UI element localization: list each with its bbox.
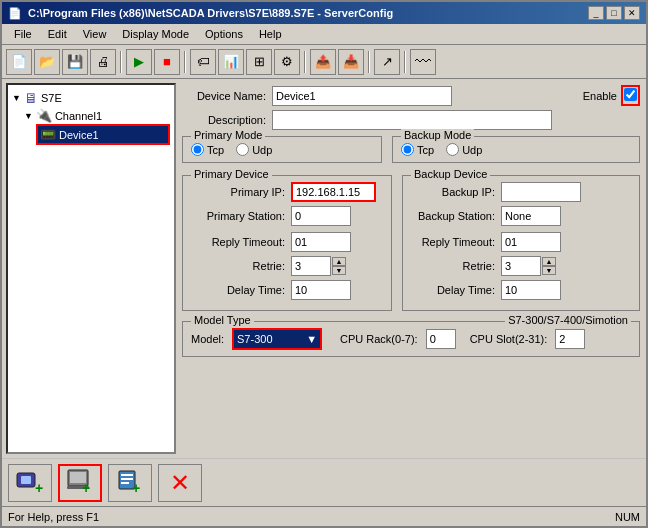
backup-ip-input[interactable] bbox=[501, 182, 581, 202]
device-sections: Primary Device Primary IP: Primary Stati… bbox=[182, 175, 640, 317]
primary-delay-input[interactable] bbox=[291, 280, 351, 300]
backup-tcp-text: Tcp bbox=[417, 144, 434, 156]
backup-tcp-radio[interactable] bbox=[401, 143, 414, 156]
primary-station-input[interactable] bbox=[291, 206, 351, 226]
model-type-title: Model Type bbox=[191, 314, 254, 326]
description-input[interactable] bbox=[272, 110, 552, 130]
primary-retrie-spinner: ▲ ▼ bbox=[291, 256, 346, 276]
backup-udp-radio[interactable] bbox=[446, 143, 459, 156]
primary-mode-title: Primary Mode bbox=[191, 129, 265, 141]
primary-ip-row: Primary IP: bbox=[191, 182, 383, 202]
backup-device-group: Backup Device Backup IP: Backup Station:… bbox=[402, 175, 640, 311]
primary-tcp-label[interactable]: Tcp bbox=[191, 143, 224, 156]
toolbar-new[interactable]: 📄 bbox=[6, 49, 32, 75]
primary-reply-row: Reply Timeout: bbox=[191, 232, 383, 252]
backup-retrie-down[interactable]: ▼ bbox=[542, 266, 556, 275]
enable-checkbox[interactable] bbox=[624, 88, 637, 101]
delete-button[interactable]: ✕ bbox=[158, 464, 202, 502]
backup-station-input[interactable] bbox=[501, 206, 561, 226]
cpu-rack-label: CPU Rack(0-7): bbox=[340, 333, 418, 345]
model-label: Model: bbox=[191, 333, 224, 345]
description-label: Description: bbox=[182, 114, 272, 126]
backup-tcp-label[interactable]: Tcp bbox=[401, 143, 434, 156]
primary-mode-radios: Tcp Udp bbox=[191, 143, 373, 156]
backup-mode-title: Backup Mode bbox=[401, 129, 474, 141]
menu-options[interactable]: Options bbox=[197, 26, 251, 42]
num-indicator: NUM bbox=[615, 511, 640, 523]
primary-retrie-down[interactable]: ▼ bbox=[332, 266, 346, 275]
backup-retrie-btns: ▲ ▼ bbox=[542, 257, 556, 275]
toolbar-recv[interactable]: 📥 bbox=[338, 49, 364, 75]
enable-label: Enable bbox=[583, 90, 617, 102]
toolbar-tag[interactable]: 🏷 bbox=[190, 49, 216, 75]
tree-channel[interactable]: ▼ 🔌 Channel1 bbox=[24, 107, 170, 124]
backup-retrie-input[interactable] bbox=[501, 256, 541, 276]
toolbar-send[interactable]: 📤 bbox=[310, 49, 336, 75]
primary-retrie-up[interactable]: ▲ bbox=[332, 257, 346, 266]
primary-tcp-text: Tcp bbox=[207, 144, 224, 156]
toolbar-open[interactable]: 📂 bbox=[34, 49, 60, 75]
window-title: C:\Program Files (x86)\NetSCADA Drivers\… bbox=[28, 7, 393, 19]
primary-tcp-radio[interactable] bbox=[191, 143, 204, 156]
backup-ip-row: Backup IP: bbox=[411, 182, 631, 202]
backup-udp-text: Udp bbox=[462, 144, 482, 156]
toolbar-stop[interactable]: ■ bbox=[154, 49, 180, 75]
add-channel-button[interactable]: + bbox=[8, 464, 52, 502]
maximize-button[interactable]: □ bbox=[606, 6, 622, 20]
device-name-input[interactable] bbox=[272, 86, 452, 106]
menu-help[interactable]: Help bbox=[251, 26, 290, 42]
backup-retrie-row: Retrie: ▲ ▼ bbox=[411, 256, 631, 276]
tree-root[interactable]: ▼ 🖥 S7E bbox=[12, 89, 170, 107]
primary-udp-label[interactable]: Udp bbox=[236, 143, 272, 156]
model-value: S7-300 bbox=[237, 333, 272, 345]
model-row: Model: S7-300 ▼ CPU Rack(0-7): CPU Slot(… bbox=[191, 328, 631, 350]
toolbar-print[interactable]: 🖨 bbox=[90, 49, 116, 75]
tree-panel: ▼ 🖥 S7E ▼ 🔌 Channel1 📟 Device1 bbox=[6, 83, 176, 454]
primary-udp-radio[interactable] bbox=[236, 143, 249, 156]
toolbar: 📄 📂 💾 🖨 ▶ ■ 🏷 📊 ⊞ ⚙ 📤 📥 ↗ 〰 bbox=[2, 45, 646, 79]
minimize-button[interactable]: _ bbox=[588, 6, 604, 20]
menu-edit[interactable]: Edit bbox=[40, 26, 75, 42]
backup-delay-row: Delay Time: bbox=[411, 280, 631, 300]
toolbar-chart[interactable]: 📊 bbox=[218, 49, 244, 75]
toolbar-arrow[interactable]: ↗ bbox=[374, 49, 400, 75]
primary-device-title: Primary Device bbox=[191, 168, 272, 180]
model-dropdown[interactable]: S7-300 ▼ bbox=[232, 328, 322, 350]
toolbar-table[interactable]: ⊞ bbox=[246, 49, 272, 75]
primary-ip-input[interactable] bbox=[291, 182, 376, 202]
title-bar: 📄 C:\Program Files (x86)\NetSCADA Driver… bbox=[2, 2, 646, 24]
toolbar-wave[interactable]: 〰 bbox=[410, 49, 436, 75]
backup-udp-label[interactable]: Udp bbox=[446, 143, 482, 156]
status-bar: For Help, press F1 NUM bbox=[2, 506, 646, 526]
add-tag-button[interactable]: + bbox=[108, 464, 152, 502]
cpu-slot-input[interactable] bbox=[555, 329, 585, 349]
primary-reply-input[interactable] bbox=[291, 232, 351, 252]
primary-retrie-input[interactable] bbox=[291, 256, 331, 276]
close-button[interactable]: ✕ bbox=[624, 6, 640, 20]
add-device-button[interactable]: + bbox=[58, 464, 102, 502]
menu-file[interactable]: File bbox=[6, 26, 40, 42]
bottom-toolbar: + + + bbox=[2, 458, 646, 506]
backup-station-label: Backup Station: bbox=[411, 210, 501, 222]
menu-view[interactable]: View bbox=[75, 26, 115, 42]
cpu-rack-input[interactable] bbox=[426, 329, 456, 349]
toolbar-play[interactable]: ▶ bbox=[126, 49, 152, 75]
primary-station-label: Primary Station: bbox=[191, 210, 291, 222]
toolbar-save[interactable]: 💾 bbox=[62, 49, 88, 75]
primary-retrie-row: Retrie: ▲ ▼ bbox=[191, 256, 383, 276]
delete-icon: ✕ bbox=[170, 469, 190, 497]
backup-reply-input[interactable] bbox=[501, 232, 561, 252]
backup-delay-input[interactable] bbox=[501, 280, 561, 300]
primary-retrie-label: Retrie: bbox=[191, 260, 291, 272]
backup-retrie-up[interactable]: ▲ bbox=[542, 257, 556, 266]
computer-icon: 🖥 bbox=[24, 90, 38, 106]
device-name-label: Device Name: bbox=[182, 90, 272, 102]
svg-text:+: + bbox=[35, 480, 43, 495]
title-bar-left: 📄 C:\Program Files (x86)\NetSCADA Driver… bbox=[8, 7, 393, 20]
toolbar-sep2 bbox=[184, 51, 186, 73]
toolbar-gear[interactable]: ⚙ bbox=[274, 49, 300, 75]
tree-device[interactable]: 📟 Device1 bbox=[36, 124, 170, 145]
primary-udp-text: Udp bbox=[252, 144, 272, 156]
toolbar-sep5 bbox=[404, 51, 406, 73]
menu-display-mode[interactable]: Display Mode bbox=[114, 26, 197, 42]
